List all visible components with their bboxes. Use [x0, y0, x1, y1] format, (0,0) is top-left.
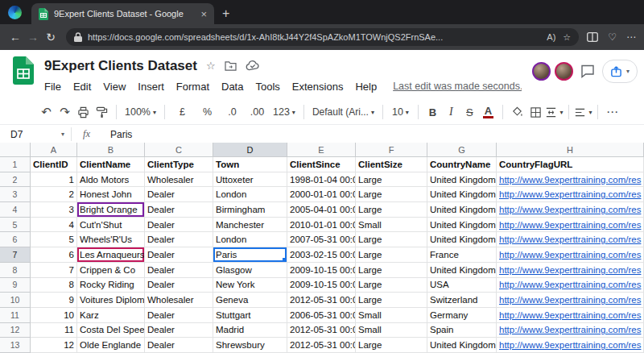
- undo-icon[interactable]: ↶: [37, 102, 56, 122]
- cell-F6[interactable]: Large: [356, 232, 427, 247]
- cell-H5[interactable]: http://www.9experttraining.com/res: [497, 218, 644, 233]
- cell-H3[interactable]: http://www.9experttraining.com/res: [497, 187, 644, 202]
- cell-H11[interactable]: http://www.9experttraining.com/res: [497, 308, 644, 323]
- cell-F7[interactable]: Large: [356, 247, 427, 263]
- cell-D7[interactable]: Paris: [213, 247, 287, 263]
- menu-view[interactable]: View: [103, 81, 126, 93]
- cell-E13[interactable]: 2012-05-31 00:0: [287, 338, 356, 353]
- browser-menu-icon[interactable]: ⋯: [626, 31, 636, 43]
- row-header-3[interactable]: 3: [0, 187, 31, 202]
- cell-C12[interactable]: Dealer: [145, 323, 213, 338]
- column-header-H[interactable]: H: [497, 143, 644, 157]
- cell-A10[interactable]: 9: [31, 293, 77, 308]
- format-currency-button[interactable]: £: [170, 102, 195, 122]
- name-box[interactable]: D7 ▾: [0, 129, 71, 140]
- cell-G4[interactable]: United Kingdom: [427, 202, 497, 218]
- move-to-folder-icon[interactable]: [225, 60, 237, 71]
- cell-H6[interactable]: http://www.9experttraining.com/res: [497, 232, 644, 247]
- row-header-1[interactable]: 1: [0, 157, 31, 172]
- cell-F3[interactable]: Large: [356, 187, 427, 202]
- menu-tools[interactable]: Tools: [255, 81, 279, 93]
- favorites-star-icon[interactable]: ☆: [563, 32, 571, 43]
- cell-G8[interactable]: United Kingdom: [427, 263, 497, 278]
- cell-A4[interactable]: 3: [31, 202, 77, 218]
- select-all-corner[interactable]: [0, 143, 31, 157]
- cell-D4[interactable]: Birmingham: [213, 202, 287, 218]
- row-header-8[interactable]: 8: [0, 263, 31, 278]
- cell-E9[interactable]: 2009-10-15 00:0: [287, 278, 356, 293]
- formula-input[interactable]: Paris: [110, 129, 132, 140]
- cell-A2[interactable]: 1: [31, 172, 77, 188]
- cell-B13[interactable]: Olde Englande: [77, 338, 145, 353]
- cell-G12[interactable]: Spain: [427, 323, 497, 338]
- cell-H4[interactable]: http://www.9experttraining.com/res: [497, 202, 644, 218]
- zoom-select[interactable]: 100%▾: [122, 102, 159, 122]
- cell-F9[interactable]: Large: [356, 278, 427, 293]
- cell-G7[interactable]: France: [427, 247, 497, 263]
- column-header-B[interactable]: B: [77, 143, 145, 157]
- cell-D9[interactable]: New York: [213, 278, 287, 293]
- cell-C6[interactable]: Dealer: [145, 232, 213, 247]
- back-icon[interactable]: ←: [6, 31, 24, 44]
- column-header-C[interactable]: C: [145, 143, 213, 157]
- forward-icon[interactable]: →: [24, 31, 42, 44]
- new-tab-button[interactable]: +: [222, 7, 229, 20]
- edge-logo-icon[interactable]: [8, 6, 22, 19]
- number-format-button[interactable]: 123▾: [270, 102, 299, 122]
- last-edit-link[interactable]: Last edit was made seconds...: [393, 81, 522, 92]
- cell-E7[interactable]: 2003-02-15 00:0: [287, 247, 356, 263]
- cell-F12[interactable]: Small: [356, 323, 427, 338]
- cell-F8[interactable]: Large: [356, 263, 427, 278]
- menu-file[interactable]: File: [44, 81, 61, 93]
- column-header-F[interactable]: F: [356, 143, 427, 157]
- cell-A5[interactable]: 4: [31, 218, 77, 233]
- row-header-7[interactable]: 7: [0, 247, 31, 263]
- cell-E3[interactable]: 2000-01-01 00:0: [287, 187, 356, 202]
- comment-history-icon[interactable]: [580, 64, 595, 78]
- cell-E1[interactable]: ClientSince: [287, 157, 356, 172]
- cell-H1[interactable]: CountryFlagURL: [497, 157, 644, 172]
- split-screen-icon[interactable]: [587, 32, 598, 42]
- document-title[interactable]: 9Expert Clients Dataset: [44, 58, 197, 74]
- cell-E12[interactable]: 2012-05-31 00:0: [287, 323, 356, 338]
- cell-E5[interactable]: 2010-01-01 00:0: [287, 218, 356, 233]
- text-color-button[interactable]: A: [479, 102, 497, 122]
- cell-D2[interactable]: Uttoxeter: [213, 172, 287, 188]
- cell-C13[interactable]: Dealer: [145, 338, 213, 353]
- cell-A7[interactable]: 6: [31, 247, 77, 263]
- cell-G6[interactable]: United Kingdom: [427, 232, 497, 247]
- url-text[interactable]: https://docs.google.com/spreadsheets/d/1…: [88, 32, 539, 42]
- cell-B11[interactable]: Karz: [77, 308, 145, 323]
- cell-G1[interactable]: CountryName: [427, 157, 497, 172]
- column-header-G[interactable]: G: [427, 143, 497, 157]
- collaborator-avatar-1[interactable]: [532, 62, 551, 81]
- cell-D11[interactable]: Stuttgart: [213, 308, 287, 323]
- cell-D1[interactable]: Town: [213, 157, 287, 172]
- cell-H7[interactable]: http://www.9experttraining.com/res: [497, 247, 644, 263]
- column-header-A[interactable]: A: [31, 143, 77, 157]
- menu-help[interactable]: Help: [355, 81, 377, 93]
- italic-button[interactable]: I: [442, 102, 460, 122]
- cell-H13[interactable]: http://www.9experttraining.com/res: [497, 338, 644, 353]
- row-header-9[interactable]: 9: [0, 278, 31, 293]
- cell-D8[interactable]: Glasgow: [213, 263, 287, 278]
- cell-G9[interactable]: USA: [427, 278, 497, 293]
- cell-C8[interactable]: Dealer: [145, 263, 213, 278]
- cell-B1[interactable]: ClientName: [77, 157, 145, 172]
- increase-decimal-button[interactable]: .00: [245, 102, 270, 122]
- cell-B9[interactable]: Rocky Riding: [77, 278, 145, 293]
- cell-G2[interactable]: United Kingdom: [427, 172, 497, 188]
- cell-B4[interactable]: Bright Orange: [77, 202, 145, 218]
- row-header-5[interactable]: 5: [0, 218, 31, 233]
- menu-extensions[interactable]: Extensions: [292, 81, 344, 93]
- cell-A11[interactable]: 10: [31, 308, 77, 323]
- cell-D5[interactable]: Manchester: [213, 218, 287, 233]
- cell-F2[interactable]: Large: [356, 172, 427, 188]
- cell-C5[interactable]: Dealer: [145, 218, 213, 233]
- bold-button[interactable]: B: [423, 102, 442, 122]
- cell-H9[interactable]: http://www.9experttraining.com/res: [497, 278, 644, 293]
- cell-F10[interactable]: Large: [356, 293, 427, 308]
- cell-F13[interactable]: Large: [356, 338, 427, 353]
- cell-A13[interactable]: 12: [31, 338, 77, 353]
- print-icon[interactable]: [74, 102, 93, 122]
